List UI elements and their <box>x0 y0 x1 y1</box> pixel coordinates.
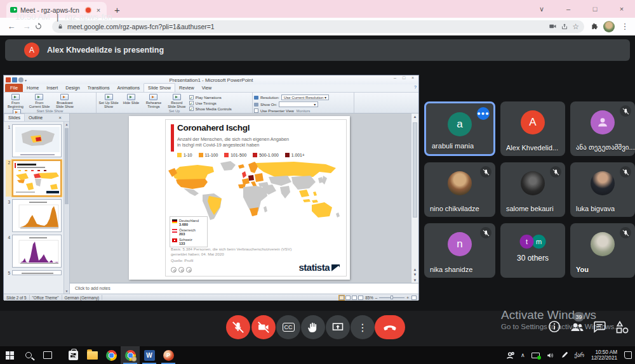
browser-menu-kebab-icon[interactable]: ⋮ <box>617 22 632 31</box>
volume-icon[interactable] <box>546 351 554 360</box>
slide-thumbnail-2-selected[interactable]: 2 <box>6 160 69 197</box>
resolution-dropdown[interactable]: Use Current Resolution ▾ <box>281 94 329 100</box>
rehearse-timings-button[interactable]: Rehearse Timings <box>143 94 164 108</box>
tab-search-chevron-icon[interactable]: ∨ <box>528 5 555 13</box>
powerpoint-taskbar-icon[interactable]: P <box>159 346 178 364</box>
outline-tab[interactable]: Outline <box>25 114 46 121</box>
reading-view-button[interactable] <box>352 296 357 300</box>
participant-tile-30-others[interactable]: t m 30 others <box>500 223 565 278</box>
use-timings-checkbox[interactable]: ✓Use Timings <box>189 101 232 105</box>
hide-slide-button[interactable]: Hide Slide <box>122 94 140 105</box>
taskbar-search-icon[interactable] <box>19 346 38 364</box>
participant-tile-nino[interactable]: nino chikviladze <box>424 162 495 217</box>
tab-transitions[interactable]: Transitions <box>84 84 114 92</box>
reload-button[interactable] <box>34 22 50 30</box>
participant-tile-nika[interactable]: n nika shanidze <box>424 223 495 278</box>
start-button[interactable] <box>0 346 19 364</box>
ppt-minimize-button[interactable]: – <box>391 75 399 80</box>
task-view-icon[interactable] <box>38 346 57 364</box>
show-on-dropdown[interactable]: ▾ <box>279 101 318 107</box>
tile-options-kebab-icon[interactable]: ●●● <box>477 107 490 120</box>
chrome-icon[interactable] <box>102 346 121 364</box>
address-bar[interactable]: meet.google.com/rgz-apws-fcn?pli=1&authu… <box>52 20 584 33</box>
window-minimize-button[interactable]: – <box>555 5 582 13</box>
network-display-icon[interactable] <box>531 353 540 358</box>
record-slide-show-button[interactable]: Record Slide Show <box>167 94 186 108</box>
participant-tile-alex[interactable]: A Alex Khvedelid... <box>500 101 565 156</box>
set-up-slide-show-button[interactable]: Set Up Slide Show <box>98 94 119 108</box>
status-language[interactable]: German (Germany) <box>62 295 103 300</box>
extensions-puzzle-icon[interactable] <box>591 22 599 30</box>
participants-panel-icon[interactable] <box>570 320 585 335</box>
fit-to-window-button[interactable] <box>411 296 417 300</box>
word-icon[interactable]: W <box>140 346 159 364</box>
panel-close-icon[interactable]: × <box>58 115 62 120</box>
slide-sorter-view-button[interactable] <box>345 296 351 300</box>
meeting-details-info-icon[interactable] <box>547 320 561 334</box>
tab-view[interactable]: View <box>198 84 215 92</box>
notes-pane[interactable]: Click to add notes <box>70 283 418 294</box>
participant-tile-arabuli-mania[interactable]: a ●●● arabuli mania <box>424 101 495 156</box>
chat-panel-icon[interactable] <box>592 320 606 334</box>
taskbar-clock[interactable]: 10:50 AM 12/22/2021 <box>591 349 617 361</box>
more-options-kebab-button[interactable]: ⋮ <box>351 315 375 339</box>
slide-thumbnail-1[interactable]: 1 <box>6 124 69 157</box>
window-close-button[interactable]: × <box>608 5 635 13</box>
zoom-out-button[interactable]: – <box>375 296 378 300</box>
language-indicator[interactable]: ქარ <box>575 352 584 358</box>
normal-view-button[interactable] <box>339 296 344 300</box>
profile-avatar[interactable] <box>603 21 615 32</box>
tab-insert[interactable]: Insert <box>43 84 62 92</box>
raise-hand-button[interactable] <box>301 315 325 339</box>
captions-button[interactable]: CC <box>276 315 300 339</box>
next-slide-button[interactable]: ▼ <box>411 273 418 276</box>
zoom-in-button[interactable]: + <box>406 296 409 300</box>
slides-tab[interactable]: Slides <box>4 114 25 121</box>
panel-scroll-thumb[interactable] <box>65 128 69 204</box>
tab-animations[interactable]: Animations <box>114 84 144 92</box>
participant-tile-you[interactable]: You <box>570 223 635 278</box>
url-text[interactable]: meet.google.com/rgz-apws-fcn?pli=1&authu… <box>67 23 545 30</box>
ppt-maximize-button[interactable]: □ <box>399 75 408 80</box>
microsoft-store-icon[interactable] <box>64 346 83 364</box>
help-icon[interactable]: ? <box>414 85 417 89</box>
pen-icon[interactable] <box>561 351 568 359</box>
tray-chevron-up-icon[interactable]: ∧ <box>521 352 525 358</box>
zoom-slider[interactable] <box>379 297 404 298</box>
previous-slide-button[interactable]: ▲ <box>411 268 418 271</box>
tab-home[interactable]: Home <box>23 84 43 92</box>
ppt-close-button[interactable]: × <box>408 75 417 80</box>
file-explorer-icon[interactable] <box>83 346 102 364</box>
from-current-slide-button[interactable]: From Current Slide <box>29 94 50 108</box>
chrome-active-icon[interactable] <box>121 346 140 364</box>
slide-scrollbar[interactable]: ▲ ▲ ▼ ▼ <box>411 114 418 283</box>
activities-icon[interactable] <box>615 320 630 335</box>
scroll-thumb[interactable] <box>413 122 417 218</box>
panel-scrollbar[interactable]: ▲ ▼ <box>64 122 69 294</box>
play-narrations-checkbox[interactable]: ✓Play Narrations <box>189 95 232 100</box>
slide-thumbnail-3[interactable]: 3 <box>6 199 69 232</box>
action-center-icon[interactable] <box>624 351 632 359</box>
slide-canvas[interactable]: Coronaherd Ischgl Anzahl der Menschen, d… <box>129 116 350 280</box>
present-screen-button[interactable] <box>326 315 350 339</box>
tab-design[interactable]: Design <box>62 84 83 92</box>
participant-tile-ana[interactable]: ანა თეგეთამშვი... <box>570 101 635 156</box>
mic-toggle-button[interactable] <box>226 315 250 339</box>
slide-thumbnail-4[interactable]: 4 <box>6 235 69 268</box>
back-button[interactable]: ← <box>4 22 19 31</box>
from-beginning-button[interactable]: From Beginning <box>5 94 26 108</box>
broadcast-slide-show-button[interactable]: Broadcast Slide Show <box>53 94 77 108</box>
tray-people-icon[interactable] <box>506 351 514 360</box>
participant-tile-salome[interactable]: salome bekauri <box>500 162 565 217</box>
camera-toggle-button[interactable] <box>251 315 276 339</box>
slideshow-view-button[interactable] <box>358 296 363 300</box>
leave-call-button[interactable] <box>375 315 405 339</box>
window-maximize-button[interactable]: □ <box>582 5 608 13</box>
tab-review[interactable]: Review <box>175 84 198 92</box>
participant-tile-luka[interactable]: luka bigvava <box>570 162 635 217</box>
forward-button[interactable]: → <box>19 22 34 31</box>
bookmark-star-icon[interactable]: ☆ <box>572 22 579 31</box>
tab-slide-show[interactable]: Slide Show <box>144 83 175 92</box>
new-tab-button[interactable]: + <box>114 4 120 15</box>
camera-in-use-icon[interactable] <box>549 22 557 30</box>
